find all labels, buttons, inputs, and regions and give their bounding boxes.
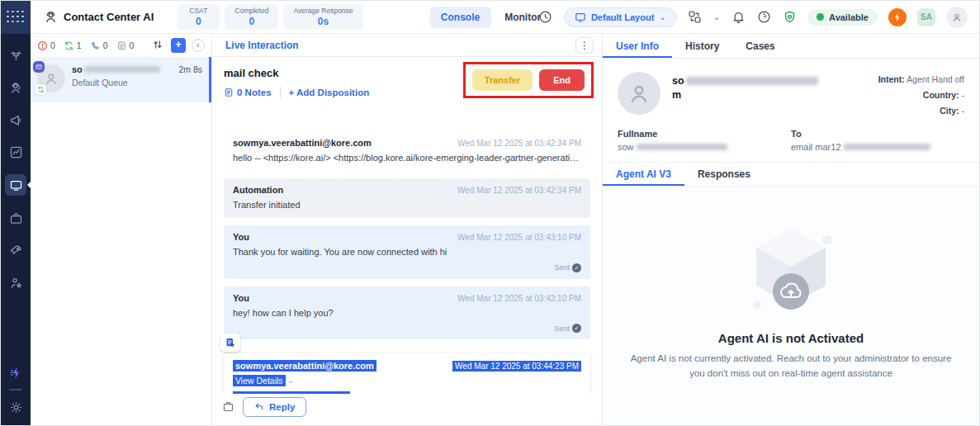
chevron-down-icon[interactable]: ⌄ — [288, 376, 295, 385]
notifications-bell-icon[interactable] — [731, 10, 746, 25]
sidebar-item-flash-icon[interactable] — [6, 362, 26, 382]
sent-check-icon: ✓ — [572, 324, 581, 333]
phone-icon — [90, 40, 101, 51]
sidebar-item-dashboard-icon[interactable] — [6, 45, 26, 65]
counter-calls[interactable]: 0 — [90, 40, 108, 51]
conversation-list-item[interactable]: so 2m 8s Default Queue — [31, 57, 211, 102]
user-fields: Fullname sow To email mar12 — [603, 125, 979, 162]
reply-arrow-icon — [254, 402, 264, 412]
help-status-icon[interactable] — [756, 10, 771, 25]
message-text: I want my credit card details — [233, 391, 581, 394]
profile-avatar[interactable] — [946, 7, 968, 28]
boost-icon[interactable] — [888, 8, 907, 26]
sidebar-item-console-icon[interactable] — [5, 174, 26, 196]
layout-selector[interactable]: Default Layout ⌄ — [564, 7, 677, 27]
cube-illustration — [729, 222, 853, 321]
sidebar-item-automation-icon[interactable] — [6, 240, 26, 260]
divider — [280, 87, 281, 98]
message-time: Wed Mar 12 2025 at 03:44:23 PM — [452, 361, 581, 372]
message-sender: Automation — [233, 185, 283, 195]
city-row: City: - — [878, 103, 964, 119]
alert-circle-icon — [37, 40, 48, 51]
counter-chats[interactable]: 1 — [64, 40, 82, 51]
brand: Contact Center AI — [44, 10, 154, 24]
sidebar-item-cases-icon[interactable] — [6, 208, 26, 228]
user-panel-tabs: User Info History Cases — [603, 34, 979, 59]
sidebar-item-agents-icon[interactable] — [6, 78, 26, 97]
message-customer-selected: sowmya.veerabattini@kore.com Wed Mar 12 … — [224, 353, 590, 394]
tab-history[interactable]: History — [672, 34, 732, 58]
top-header: Contact Center AI CSAT 0 Completed 0 Ave… — [1, 1, 979, 34]
message-sender: You — [233, 232, 249, 242]
message-agent: You Wed Mar 12 2025 at 03:43:10 PM hey! … — [224, 286, 590, 340]
kebab-menu-icon[interactable]: ⋮ — [575, 37, 594, 54]
sidebar-item-settings-icon[interactable] — [6, 397, 26, 417]
redacted-text — [637, 144, 727, 150]
sort-icon[interactable] — [152, 39, 165, 52]
fullname-field: Fullname sow — [618, 129, 791, 152]
redacted-text — [844, 144, 930, 150]
reply-button[interactable]: Reply — [243, 397, 306, 417]
interaction-header: mail check 0 Notes + Add Disposition Tra… — [212, 57, 602, 106]
user-panel: User Info History Cases so m Intent: Age… — [603, 34, 979, 425]
tab-console[interactable]: Console — [429, 7, 491, 28]
page-title: Contact Center AI — [64, 11, 154, 23]
queue-toolbar: 0 1 0 0 + — [31, 34, 211, 57]
sidebar-item-supervisor-icon[interactable] — [6, 272, 26, 292]
selection-action-icon[interactable] — [220, 334, 240, 352]
queue-panel: 0 1 0 0 + — [31, 34, 212, 425]
sidebar-bottom-group — [6, 362, 26, 417]
tab-live-interaction[interactable]: Live Interaction — [212, 40, 312, 51]
agent-stats: CSAT 0 Completed 0 Average Response 0s — [177, 4, 362, 30]
chat-status-icon — [36, 84, 46, 95]
message-time: Wed Mar 12 2025 at 03:42:34 PM — [457, 139, 581, 148]
view-details-link[interactable]: View Details — [233, 375, 286, 386]
tab-responses[interactable]: Responses — [684, 163, 764, 186]
app-window: Contact Center AI CSAT 0 Completed 0 Ave… — [0, 0, 980, 426]
reply-bar: Reply — [212, 394, 602, 425]
stat-csat: CSAT 0 — [177, 4, 220, 30]
conversation-avatar — [37, 64, 65, 92]
sent-label: Sent — [554, 324, 570, 333]
add-disposition-button[interactable]: + Add Disposition — [289, 88, 370, 97]
annotation-highlight-box: Transfer End — [463, 62, 594, 98]
message-text: Thank you for waiting. You are now conne… — [233, 246, 581, 258]
message-automation: Automation Wed Mar 12 2025 at 03:42:34 P… — [224, 178, 590, 218]
end-button[interactable]: End — [539, 69, 585, 91]
message-customer: sowmya.veerabattini@kore.com Wed Mar 12 … — [224, 131, 590, 171]
tab-cases[interactable]: Cases — [732, 34, 788, 58]
available-dot-icon — [817, 13, 824, 21]
user-card: so m Intent: Agent Hand off Country: - C… — [603, 59, 979, 125]
sidebar-item-campaigns-icon[interactable] — [6, 110, 26, 130]
counter-forms[interactable]: 0 — [116, 40, 135, 51]
message-sender: sowmya.veerabattini@kore.com — [233, 138, 372, 148]
tab-agent-ai-v3[interactable]: Agent AI V3 — [603, 163, 684, 186]
chevron-down-icon[interactable]: ⌄ — [713, 12, 720, 21]
console-monitor-tabs: Console Monitor — [429, 1, 551, 34]
message-agent: You Wed Mar 12 2025 at 03:43:10 PM Thank… — [224, 225, 590, 279]
desk-switch-icon[interactable] — [688, 10, 703, 25]
tab-monitor[interactable]: Monitor — [495, 7, 551, 28]
workspace-avatar[interactable]: SA — [917, 8, 935, 26]
message-status: Sent ✓ — [233, 263, 581, 272]
add-conversation-button[interactable]: + — [171, 38, 186, 53]
attachment-box-icon[interactable] — [222, 400, 235, 414]
agent-headset-icon — [44, 10, 58, 24]
user-name-block: so m — [672, 72, 818, 119]
app-launcher-button[interactable] — [1, 1, 31, 34]
sidebar-divider — [9, 389, 22, 390]
stat-completed: Completed 0 — [225, 4, 278, 30]
counter-missed[interactable]: 0 — [37, 40, 55, 51]
availability-status[interactable]: Available — [807, 9, 878, 26]
email-channel-icon — [33, 61, 45, 73]
stat-average-response: Average Response 0s — [283, 4, 362, 30]
wellness-shield-icon[interactable] — [782, 10, 797, 25]
conversation-info: so 2m 8s Default Queue — [72, 64, 202, 92]
sidebar-item-analytics-icon[interactable] — [6, 142, 26, 162]
agent-ai-tabs: Agent AI V3 Responses — [603, 162, 979, 187]
message-list[interactable]: sowmya.veerabattini@kore.com Wed Mar 12 … — [212, 106, 602, 394]
notes-button[interactable]: 0 Notes — [224, 88, 272, 97]
collapse-panel-icon[interactable]: ‹ — [192, 39, 205, 52]
transfer-button[interactable]: Transfer — [472, 69, 533, 91]
tab-user-info[interactable]: User Info — [603, 34, 672, 58]
